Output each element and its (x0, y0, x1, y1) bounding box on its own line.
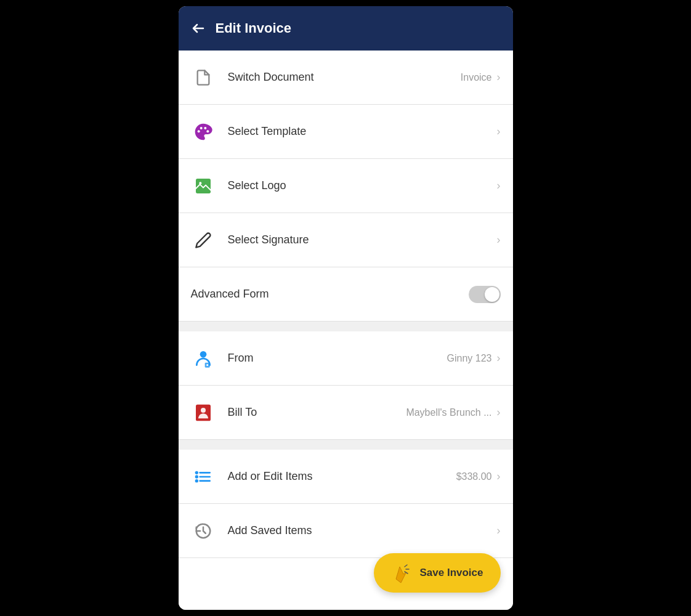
add-edit-items-label: Add or Edit Items (228, 470, 456, 483)
section-divider-2 (179, 440, 513, 450)
back-button[interactable] (191, 21, 206, 36)
content-area: Switch Document Invoice › Select Templat… (179, 51, 513, 610)
chevron-icon: › (497, 524, 501, 537)
from-label: From (228, 352, 447, 365)
svg-point-3 (206, 130, 209, 132)
image-icon (191, 174, 216, 198)
advanced-form-label: Advanced Form (191, 288, 469, 301)
bill-to-label: Bill To (228, 406, 406, 419)
menu-item-select-template[interactable]: Select Template › (179, 105, 513, 159)
section-divider (179, 322, 513, 331)
select-template-label: Select Template (228, 125, 497, 138)
cursor-icon (391, 562, 413, 584)
menu-item-from[interactable]: From Ginny 123 › (179, 331, 513, 386)
phone-container: Edit Invoice Switch Document Invoice › (179, 6, 513, 610)
switch-document-label: Switch Document (228, 71, 461, 84)
select-logo-label: Select Logo (228, 179, 497, 192)
advanced-form-row[interactable]: Advanced Form (179, 267, 513, 322)
doc-icon (191, 65, 216, 90)
add-edit-items-value: $338.00 (456, 471, 492, 482)
chevron-icon: › (497, 406, 501, 419)
svg-line-18 (405, 565, 407, 567)
save-invoice-label: Save Invoice (419, 567, 483, 579)
svg-point-11 (201, 408, 206, 413)
menu-item-add-saved-items[interactable]: Add Saved Items › (179, 504, 513, 558)
menu-item-switch-document[interactable]: Switch Document Invoice › (179, 51, 513, 105)
svg-point-6 (200, 351, 206, 358)
menu-item-add-edit-items[interactable]: Add or Edit Items $338.00 › (179, 450, 513, 504)
pen-icon (191, 228, 216, 253)
page-title: Edit Invoice (216, 20, 291, 36)
advanced-form-toggle[interactable] (469, 286, 501, 303)
add-saved-items-label: Add Saved Items (228, 524, 497, 537)
svg-point-16 (195, 479, 198, 482)
toggle-thumb (485, 287, 499, 302)
save-invoice-button[interactable]: Save Invoice (374, 553, 500, 593)
cursor-arrow-svg (391, 562, 413, 584)
svg-point-0 (197, 130, 200, 132)
menu-item-select-signature[interactable]: Select Signature › (179, 213, 513, 267)
save-button-container: Save Invoice (374, 553, 500, 593)
person-icon (191, 346, 216, 371)
history-icon (191, 519, 216, 543)
switch-document-value: Invoice (461, 72, 492, 83)
from-value: Ginny 123 (447, 353, 492, 364)
header: Edit Invoice (179, 6, 513, 51)
chevron-icon: › (497, 71, 501, 84)
contact-icon (191, 400, 216, 425)
bill-to-value: Maybell's Brunch ... (406, 407, 491, 418)
palette-icon (191, 120, 216, 144)
chevron-icon: › (497, 125, 501, 138)
svg-point-1 (200, 127, 202, 129)
svg-point-14 (195, 475, 198, 478)
menu-item-bill-to[interactable]: Bill To Maybell's Brunch ... › (179, 386, 513, 440)
svg-point-12 (195, 471, 198, 474)
chevron-icon: › (497, 470, 501, 483)
chevron-icon: › (497, 233, 501, 246)
list-icon (191, 464, 216, 489)
svg-point-2 (204, 127, 206, 129)
menu-item-select-logo[interactable]: Select Logo › (179, 159, 513, 213)
svg-point-5 (199, 182, 201, 184)
select-signature-label: Select Signature (228, 233, 497, 246)
chevron-icon: › (497, 352, 501, 365)
chevron-icon: › (497, 179, 501, 192)
